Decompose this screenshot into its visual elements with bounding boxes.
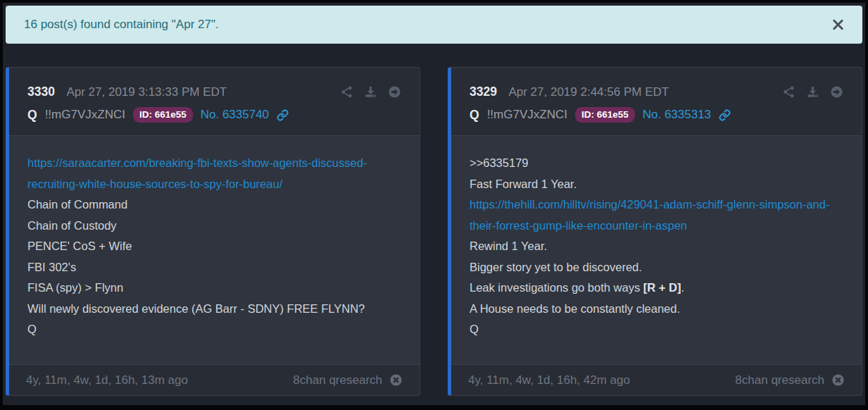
post-number: 3329: [470, 85, 497, 99]
download-icon[interactable]: [364, 85, 377, 99]
body-line: Bigger story yet to be discovered.: [470, 257, 843, 278]
post-number: 3330: [27, 85, 55, 99]
post-age: 4y, 11m, 4w, 1d, 16h, 42m ago: [468, 373, 630, 387]
body-line: Fast Forward 1 Year.: [470, 174, 843, 195]
post-header: 3330 Apr 27, 2019 3:13:33 PM EDT: [9, 68, 420, 136]
post-timestamp: Apr 27, 2019 2:44:56 PM EDT: [508, 85, 669, 99]
body-line: Will newly discovered evidence (AG Barr …: [27, 299, 401, 320]
body-line: Rewind 1 Year.: [470, 236, 843, 257]
share-icon[interactable]: [782, 85, 795, 99]
body-line: FISA (spy) > Flynn: [27, 278, 401, 299]
download-icon[interactable]: [806, 85, 819, 99]
search-result-banner: 16 post(s) found containing "Apr 27".: [6, 6, 862, 44]
post-age: 4y, 11m, 4w, 1d, 16h, 13m ago: [26, 373, 188, 387]
post-footer: 4y, 11m, 4w, 1d, 16h, 42m ago 8chan qres…: [451, 364, 862, 395]
post-actions: [340, 85, 401, 99]
body-line: Q: [27, 319, 401, 340]
post-source: 8chan qresearch: [293, 373, 382, 387]
post-card: 3330 Apr 27, 2019 3:13:33 PM EDT: [6, 67, 420, 396]
body-link[interactable]: https://thehill.com/hilltv/rising/429041…: [470, 198, 829, 232]
app-window: 16 post(s) found containing "Apr 27". 33…: [0, 0, 868, 410]
post-list: 3330 Apr 27, 2019 3:13:33 PM EDT: [6, 67, 862, 396]
search-result-message: 16 post(s) found containing "Apr 27".: [24, 18, 219, 32]
remove-source-icon[interactable]: [831, 373, 845, 387]
post-footer: 4y, 11m, 4w, 1d, 16h, 13m ago 8chan qres…: [9, 364, 420, 395]
post-timestamp: Apr 27, 2019 3:13:33 PM EDT: [66, 85, 227, 99]
author-name: Q: [27, 108, 37, 123]
body-line: PENCE' CoS + Wife: [27, 236, 401, 257]
id-badge[interactable]: ID: 661e55: [133, 107, 193, 123]
link-icon[interactable]: [277, 109, 289, 121]
close-icon[interactable]: [831, 18, 845, 32]
goto-post-icon[interactable]: [388, 85, 401, 99]
post-actions: [782, 85, 843, 99]
search-results-page: 16 post(s) found containing "Apr 27". 33…: [3, 3, 865, 399]
body-line: A House needs to be constantly cleaned.: [470, 299, 843, 320]
goto-post-icon[interactable]: [830, 85, 843, 99]
body-line: Leak investigations go both ways [R + D]…: [470, 278, 843, 299]
link-icon[interactable]: [719, 109, 731, 121]
board-post-link[interactable]: No. 6335740: [201, 108, 269, 122]
body-link[interactable]: https://saraacarter.com/breaking-fbi-tex…: [27, 156, 367, 190]
post-source: 8chan qresearch: [735, 373, 824, 387]
remove-source-icon[interactable]: [389, 373, 403, 387]
board-post-link[interactable]: No. 6335313: [643, 108, 711, 122]
body-line: Chain of Command: [27, 194, 401, 216]
post-body: https://saraacarter.com/breaking-fbi-tex…: [9, 136, 420, 364]
quote-ref: >>6335179: [470, 153, 843, 174]
body-line: FBI 302's: [27, 257, 401, 278]
body-line: Q: [470, 319, 843, 340]
post-body: >>6335179 Fast Forward 1 Year. https://t…: [451, 136, 862, 364]
tripcode: !!mG7VJxZNCI: [45, 108, 125, 122]
id-badge[interactable]: ID: 661e55: [575, 107, 635, 123]
body-line: Chain of Custody: [27, 216, 401, 237]
post-card: 3329 Apr 27, 2019 2:44:56 PM EDT: [448, 67, 862, 396]
author-name: Q: [470, 108, 479, 123]
post-header: 3329 Apr 27, 2019 2:44:56 PM EDT: [451, 68, 862, 136]
share-icon[interactable]: [340, 85, 353, 99]
tripcode: !!mG7VJxZNCI: [487, 108, 567, 122]
